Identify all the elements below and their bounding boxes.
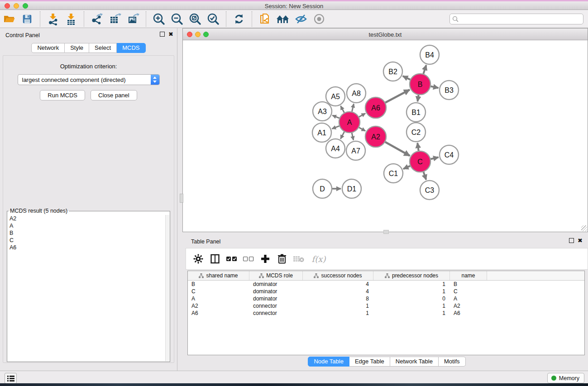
column-header-MCDS-role[interactable]: MCDS role xyxy=(249,271,303,280)
edge-A-A8[interactable] xyxy=(352,104,354,111)
zoom-out-button[interactable] xyxy=(169,12,185,26)
cell-predecessor-nodes[interactable]: 0 xyxy=(373,295,450,302)
cell-shared-name[interactable]: B xyxy=(188,281,249,288)
cell-successor-nodes[interactable]: 8 xyxy=(303,295,373,302)
edge-A2-C[interactable] xyxy=(385,142,410,156)
copy-network-button[interactable] xyxy=(257,12,272,26)
network-window-titlebar[interactable]: testGlobe.txt xyxy=(183,29,588,40)
table-row[interactable]: A6connector11A6 xyxy=(188,310,584,317)
tab-node-table[interactable]: Node Table xyxy=(308,357,349,367)
edge-A-A1[interactable] xyxy=(332,126,339,129)
edge-C-C4[interactable] xyxy=(430,157,438,159)
table-row[interactable]: A2connector11A2 xyxy=(188,302,584,310)
zoom-in-button[interactable] xyxy=(151,12,167,26)
cell-name[interactable]: A2 xyxy=(450,302,487,310)
mcds-result-list[interactable]: A2ABCA6 xyxy=(8,215,165,361)
edge-C-C1[interactable] xyxy=(403,166,410,169)
cell-name[interactable]: A xyxy=(450,295,487,302)
tab-edge-table[interactable]: Edge Table xyxy=(349,357,390,367)
cell-successor-nodes[interactable]: 1 xyxy=(303,310,373,317)
horizontal-splitter-handle[interactable] xyxy=(383,230,389,234)
table-row[interactable]: Adominator80A xyxy=(188,295,584,302)
hide-graphics-details-button[interactable] xyxy=(293,12,309,26)
result-scrollbar[interactable] xyxy=(165,215,169,361)
cell-MCDS-role[interactable]: dominator xyxy=(249,288,303,295)
import-network-button[interactable] xyxy=(45,12,61,26)
tab-network[interactable]: Network xyxy=(31,43,65,53)
cell-successor-nodes[interactable]: 4 xyxy=(303,288,373,295)
search-input[interactable] xyxy=(461,14,581,24)
list-item[interactable]: B xyxy=(8,229,165,237)
list-item[interactable]: C xyxy=(8,237,165,244)
list-item[interactable]: A xyxy=(8,222,165,229)
edge-A-A4[interactable] xyxy=(340,132,344,139)
edge-A6-B[interactable] xyxy=(385,90,410,103)
export-table-button[interactable] xyxy=(107,12,123,26)
cell-shared-name[interactable]: A6 xyxy=(188,310,249,317)
cell-MCDS-role[interactable]: dominator xyxy=(249,295,303,302)
network-canvas[interactable]: B4B2BB3A8A5A6A3B1AC2A1A2A4A7C4CC1DD1C3 xyxy=(183,40,588,232)
cell-predecessor-nodes[interactable]: 1 xyxy=(373,302,450,310)
network-graph[interactable]: B4B2BB3A8A5A6A3B1AC2A1A2A4A7C4CC1DD1C3 xyxy=(183,40,588,232)
table-row[interactable]: Bdominator41B xyxy=(188,281,584,288)
cell-successor-nodes[interactable]: 4 xyxy=(303,281,373,288)
cell-name[interactable]: A6 xyxy=(450,310,487,317)
open-file-button[interactable] xyxy=(1,12,17,26)
float-panel-icon[interactable] xyxy=(160,32,165,37)
cell-MCDS-role[interactable]: connector xyxy=(249,302,303,310)
select-all-columns-button[interactable] xyxy=(225,252,239,266)
dropdown-stepper-icon[interactable] xyxy=(151,75,159,85)
tab-mcds[interactable]: MCDS xyxy=(117,43,145,53)
edge-A-A2[interactable] xyxy=(359,128,365,131)
list-item[interactable]: A2 xyxy=(8,215,165,222)
table-options-button[interactable] xyxy=(191,252,205,266)
export-image-button[interactable] xyxy=(125,12,141,26)
edge-B-B3[interactable] xyxy=(431,86,439,88)
close-panel-icon[interactable]: ✖ xyxy=(578,238,583,243)
home-button[interactable] xyxy=(275,12,291,26)
edge-C-C3[interactable] xyxy=(424,172,426,180)
cell-predecessor-nodes[interactable]: 1 xyxy=(373,310,450,317)
show-task-history-button[interactable] xyxy=(5,373,17,384)
zoom-fit-button[interactable] xyxy=(187,12,203,26)
cell-name[interactable]: C xyxy=(450,288,487,295)
cell-predecessor-nodes[interactable]: 1 xyxy=(373,288,450,295)
float-panel-icon[interactable] xyxy=(569,238,574,243)
import-table-button[interactable] xyxy=(63,12,79,26)
zoom-selected-button[interactable] xyxy=(206,12,221,26)
tab-motifs[interactable]: Motifs xyxy=(439,357,466,367)
criterion-dropdown[interactable]: largest connected component (directed) xyxy=(18,74,160,85)
edge-A-A3[interactable] xyxy=(332,115,339,118)
save-session-button[interactable] xyxy=(19,12,35,26)
delete-columns-button[interactable] xyxy=(275,252,289,266)
delete-table-button[interactable] xyxy=(292,252,306,266)
cell-successor-nodes[interactable]: 1 xyxy=(303,302,373,310)
tab-network-table[interactable]: Network Table xyxy=(390,357,439,367)
run-mcds-button[interactable]: Run MCDS xyxy=(40,90,85,100)
function-builder-button[interactable]: f(x) xyxy=(309,252,329,266)
search-field[interactable] xyxy=(449,14,583,24)
tab-select[interactable]: Select xyxy=(89,43,117,53)
show-graphics-details-button[interactable] xyxy=(311,12,327,26)
cell-shared-name[interactable]: A2 xyxy=(188,302,249,310)
cell-MCDS-role[interactable]: dominator xyxy=(249,281,303,288)
add-column-button[interactable] xyxy=(258,252,272,266)
edge-B-B1[interactable] xyxy=(417,95,418,101)
edge-B-B4[interactable] xyxy=(423,65,426,74)
column-header-shared-name[interactable]: shared name xyxy=(188,271,249,280)
cell-shared-name[interactable]: A xyxy=(188,295,249,302)
window-resize-handle[interactable] xyxy=(581,225,587,231)
edge-A-A6[interactable] xyxy=(359,114,365,117)
unselect-all-columns-button[interactable] xyxy=(242,252,255,266)
vertical-splitter-handle[interactable] xyxy=(180,194,183,203)
cell-MCDS-role[interactable]: connector xyxy=(249,310,303,317)
cell-shared-name[interactable]: C xyxy=(188,288,249,295)
column-header-successor-nodes[interactable]: successor nodes xyxy=(303,271,373,280)
node-table[interactable]: shared nameMCDS rolesuccessor nodesprede… xyxy=(187,271,585,355)
edge-A-A5[interactable] xyxy=(340,106,344,113)
edge-A-A7[interactable] xyxy=(352,133,354,140)
edge-B-B2[interactable] xyxy=(403,76,411,80)
close-panel-button[interactable]: Close panel xyxy=(91,90,137,100)
cell-name[interactable]: B xyxy=(450,281,487,288)
memory-button[interactable]: Memory xyxy=(547,373,584,383)
